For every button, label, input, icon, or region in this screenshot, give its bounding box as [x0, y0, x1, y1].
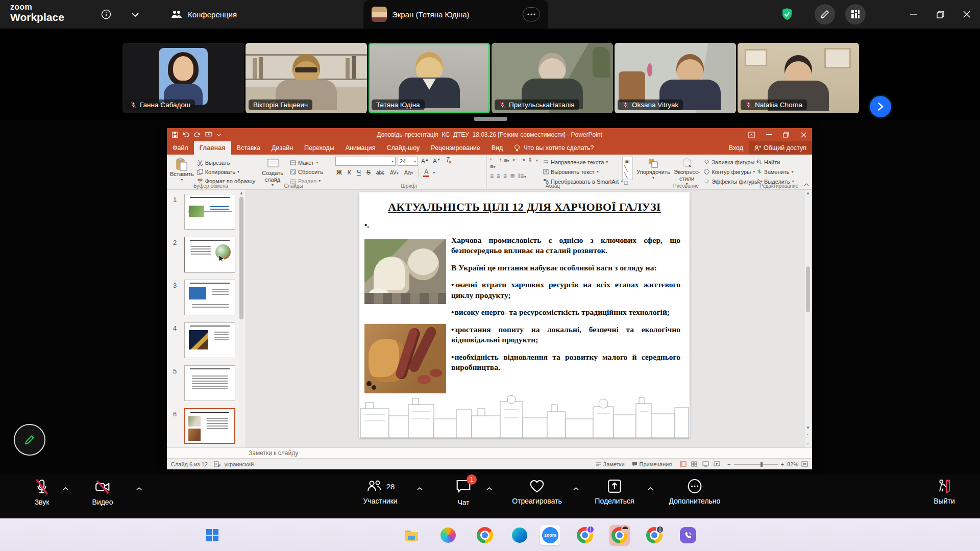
- chat-options-chevron[interactable]: [486, 484, 493, 493]
- sign-in-link[interactable]: Вход: [723, 141, 749, 155]
- align-text-button[interactable]: Выровнять текст▾: [543, 167, 623, 176]
- character-spacing-button[interactable]: AV▾: [389, 170, 400, 176]
- cut-button[interactable]: Вырезать: [197, 158, 256, 167]
- participant-tile[interactable]: Oksana Vitryak: [615, 43, 736, 113]
- viber-button[interactable]: [678, 525, 698, 545]
- next-videos-button[interactable]: [870, 96, 891, 117]
- annotation-tools-button[interactable]: [14, 424, 45, 456]
- bullets-button[interactable]: ⁝≡▾: [490, 157, 495, 169]
- minimize-button[interactable]: [900, 0, 927, 29]
- menu-home[interactable]: Главная: [194, 141, 231, 155]
- tab-screen-share[interactable]: Экран (Тетяна Юдіна): [363, 0, 548, 29]
- language-indicator[interactable]: украинский: [225, 461, 254, 467]
- shrink-font-button[interactable]: А▼: [432, 158, 442, 165]
- restore-button[interactable]: [927, 0, 953, 29]
- slide-canvas[interactable]: АКТУАЛЬНІСТЬ ЦІЛІ 12 ДЛЯ ХАРЧОВОЇ ГАЛУЗІ…: [359, 192, 690, 438]
- chrome-profile3-button[interactable]: 0: [644, 525, 665, 545]
- increase-indent-button[interactable]: ⇥: [520, 157, 525, 169]
- start-button[interactable]: [202, 525, 223, 545]
- ppt-titlebar[interactable]: Доповідь-презентація_КС_ДТЕУ_18.03.26 [Р…: [167, 128, 812, 141]
- tab-meeting[interactable]: Конференция: [162, 0, 245, 29]
- shapes-gallery[interactable]: ▣ ╲ ╲ □ ○ ▢ △ ⌐ → ↓ ◠ √ ∿ { } ☆: [622, 157, 633, 180]
- zoom-percent[interactable]: 82%: [787, 461, 798, 467]
- zoom-in-button[interactable]: +: [781, 461, 784, 467]
- arrange-button[interactable]: Упорядочить▾: [637, 157, 670, 180]
- audio-button[interactable]: Звук: [22, 479, 61, 506]
- chat-button[interactable]: 1 Чат: [447, 479, 480, 507]
- slide-thumbnail[interactable]: [184, 365, 235, 401]
- chrome-button[interactable]: [475, 525, 495, 545]
- change-case-button[interactable]: Aa▾: [403, 169, 414, 176]
- spellcheck-icon[interactable]: [214, 461, 220, 467]
- strike-button[interactable]: S: [365, 169, 372, 176]
- zoom-out-button[interactable]: −: [727, 461, 730, 467]
- menu-review[interactable]: Рецензирование: [425, 141, 486, 155]
- normal-view-button[interactable]: [680, 461, 687, 467]
- reading-view-button[interactable]: [702, 461, 709, 467]
- thumbnail-scrollbar[interactable]: ▲: [239, 190, 244, 447]
- notes-toggle[interactable]: Заметки: [596, 461, 625, 467]
- slideshow-view-button[interactable]: [714, 461, 720, 467]
- participant-tile[interactable]: Ганна Сабадош: [122, 43, 244, 113]
- save-icon[interactable]: [172, 132, 178, 138]
- font-size-combo[interactable]: 24▾: [398, 157, 418, 166]
- ppt-minimize-button[interactable]: [760, 128, 777, 141]
- menu-file[interactable]: Файл: [167, 141, 194, 155]
- font-name-combo[interactable]: ▾: [335, 157, 396, 166]
- strikethrough-abc-button[interactable]: abc: [375, 170, 385, 176]
- menu-design[interactable]: Дизайн: [266, 141, 299, 155]
- notes-pane[interactable]: Заметки к слайду: [167, 447, 812, 458]
- comments-toggle[interactable]: Примечания: [632, 461, 672, 467]
- reset-button[interactable]: Сбросить: [290, 167, 323, 176]
- annotate-button[interactable]: [815, 4, 835, 24]
- file-explorer-button[interactable]: [401, 525, 422, 545]
- paste-button[interactable]: Вставить▾: [170, 157, 194, 185]
- underline-button[interactable]: Ч: [356, 169, 362, 176]
- find-button[interactable]: Найти: [756, 158, 801, 166]
- audio-options-chevron[interactable]: [62, 484, 69, 493]
- video-button[interactable]: Видео: [81, 479, 125, 506]
- menu-transitions[interactable]: Переходы: [299, 141, 340, 155]
- replace-button[interactable]: Заменить▾: [756, 167, 801, 176]
- next-slide-button[interactable]: ⌄: [806, 441, 810, 445]
- slide-thumbnail[interactable]: [184, 280, 235, 315]
- menu-slideshow[interactable]: Слайд-шоу: [381, 141, 425, 155]
- quick-styles-button[interactable]: Экспресс-стили▾: [674, 157, 700, 186]
- strip-resize-handle[interactable]: [474, 117, 507, 121]
- reactions-options-chevron[interactable]: [573, 484, 579, 493]
- fit-to-window-button[interactable]: [801, 461, 808, 467]
- copy-button[interactable]: Копировать▾: [197, 167, 256, 176]
- align-right-button[interactable]: ≡: [503, 172, 507, 180]
- more-button[interactable]: Дополнительно: [662, 479, 728, 505]
- chrome-profile2-button[interactable]: [609, 525, 630, 545]
- share-button[interactable]: Общий доступ: [749, 141, 812, 155]
- columns-button[interactable]: ‖≡▾: [518, 172, 526, 180]
- copilot-button[interactable]: [438, 525, 458, 545]
- zoom-control[interactable]: − + 82%: [727, 461, 812, 467]
- menu-insert[interactable]: Вставка: [231, 141, 266, 155]
- undo-icon[interactable]: [183, 132, 189, 138]
- participant-tile[interactable]: Nataliia Chorna: [738, 43, 859, 113]
- menu-animation[interactable]: Анимация: [340, 141, 381, 155]
- slide-sorter-button[interactable]: [691, 461, 698, 467]
- tell-me-box[interactable]: Что вы хотите сделать?: [508, 141, 599, 155]
- collapse-chevron-button[interactable]: [127, 6, 144, 23]
- font-color-button[interactable]: А: [423, 168, 429, 177]
- zoom-app-button[interactable]: zoom: [540, 525, 560, 545]
- slide-thumbnail-selected[interactable]: [184, 408, 235, 444]
- video-options-chevron[interactable]: [136, 484, 142, 493]
- zoom-slider-thumb[interactable]: [761, 462, 763, 467]
- tab-options-button[interactable]: [523, 7, 540, 21]
- clear-format-button[interactable]: [444, 157, 453, 165]
- collapse-ribbon-button[interactable]: [804, 179, 809, 188]
- info-button[interactable]: [97, 6, 115, 23]
- security-shield-icon[interactable]: [780, 7, 794, 23]
- participants-options-chevron[interactable]: [416, 484, 423, 493]
- participant-tile[interactable]: Вікторія Гніцевич: [246, 43, 367, 113]
- participant-tile[interactable]: ПритульськаНаталія: [492, 43, 613, 113]
- share-options-chevron[interactable]: [647, 484, 654, 493]
- layout-button[interactable]: Макет▾: [290, 158, 323, 167]
- bold-button[interactable]: Ж: [335, 169, 343, 176]
- leave-button[interactable]: Выйти: [923, 479, 966, 505]
- ppt-restore-button[interactable]: [777, 128, 795, 141]
